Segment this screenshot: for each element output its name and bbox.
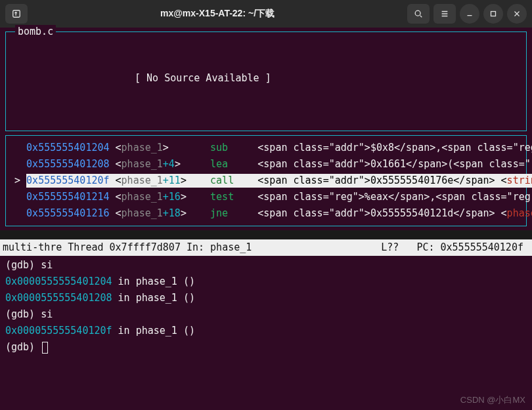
gdb-command-area[interactable]: (gdb) si0x0000555555401204 in phase_1 ()… bbox=[5, 256, 527, 356]
watermark: CSDN @小白MX bbox=[460, 394, 525, 406]
status-line: multi-thre Thread 0x7ffff7d807 In: phase… bbox=[0, 239, 532, 256]
pane-separator bbox=[0, 230, 532, 239]
gutter bbox=[9, 141, 26, 155]
titlebar-right bbox=[407, 4, 527, 24]
maximize-button[interactable] bbox=[483, 4, 503, 24]
disasm-row: 0x555555401214 <phase_1+16> test <span c… bbox=[9, 189, 523, 205]
disasm-row: 0x555555401204 <phase_1> sub <span class… bbox=[9, 140, 523, 156]
source-pane: bomb.c [ No Source Available ] bbox=[5, 31, 527, 131]
hamburger-icon bbox=[440, 9, 449, 18]
disasm-row: 0x555555401216 <phase_1+18> jne <span cl… bbox=[9, 205, 523, 222]
close-button[interactable] bbox=[507, 4, 527, 24]
svg-rect-2 bbox=[491, 12, 496, 16]
search-button[interactable] bbox=[407, 4, 430, 24]
disasm-content: 0x555555401216 <phase_1+18> jne <span cl… bbox=[26, 207, 532, 220]
disasm-row: > 0x55555540120f <phase_1+11> call <span… bbox=[9, 173, 523, 189]
search-icon bbox=[414, 9, 423, 18]
window-title: mx@mx-X15-AT-22: ~/下载 bbox=[32, 8, 403, 20]
new-tab-button[interactable] bbox=[5, 4, 28, 24]
minimize-icon bbox=[465, 9, 474, 18]
gdb-output-line: 0x0000555555401204 in phase_1 () bbox=[5, 274, 527, 290]
maximize-icon bbox=[489, 9, 498, 18]
disasm-content: 0x555555401214 <phase_1+16> test <span c… bbox=[26, 190, 532, 204]
cursor bbox=[42, 342, 48, 354]
gdb-output-line: 0x000055555540120f in phase_1 () bbox=[5, 323, 527, 339]
gutter: > bbox=[9, 174, 26, 188]
close-icon bbox=[512, 9, 521, 18]
terminal-viewport[interactable]: bomb.c [ No Source Available ] 0x5555554… bbox=[0, 28, 532, 410]
svg-rect-0 bbox=[13, 10, 20, 18]
gutter bbox=[9, 190, 26, 204]
status-pc-label: PC: bbox=[416, 241, 434, 255]
status-thread: multi-thre Thread 0x7ffff7d807 In: phase… bbox=[3, 241, 381, 255]
status-line-no: L?? bbox=[381, 241, 399, 255]
no-source-message: [ No Source Available ] bbox=[11, 72, 521, 85]
status-pc: 0x55555540120f bbox=[441, 241, 523, 255]
disasm-content: 0x555555401208 <phase_1+4> lea <span cla… bbox=[26, 157, 532, 171]
disasm-content: 0x55555540120f <phase_1+11> call <span c… bbox=[26, 174, 532, 188]
disasm-content: 0x555555401204 <phase_1> sub <span class… bbox=[26, 141, 532, 155]
gdb-prompt-line: (gdb) bbox=[5, 339, 527, 356]
terminal-tab-icon bbox=[12, 9, 21, 18]
gdb-output-line: 0x0000555555401208 in phase_1 () bbox=[5, 290, 527, 306]
source-filename: bomb.c bbox=[15, 25, 56, 39]
window-titlebar: mx@mx-X15-AT-22: ~/下载 bbox=[0, 0, 532, 28]
disassembly-pane: 0x555555401204 <phase_1> sub <span class… bbox=[5, 135, 527, 226]
menu-button[interactable] bbox=[433, 4, 456, 24]
gdb-prompt-line: (gdb) si bbox=[5, 257, 527, 274]
gutter bbox=[9, 207, 26, 220]
disasm-row: 0x555555401208 <phase_1+4> lea <span cla… bbox=[9, 156, 523, 173]
gdb-prompt-line: (gdb) si bbox=[5, 306, 527, 323]
titlebar-left bbox=[5, 4, 28, 24]
gutter bbox=[9, 157, 26, 171]
svg-point-1 bbox=[415, 10, 420, 16]
minimize-button[interactable] bbox=[460, 4, 479, 24]
